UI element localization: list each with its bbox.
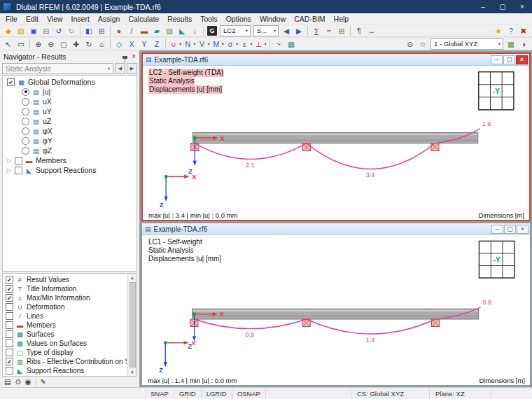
display-option-values-on-surfaces[interactable]: ▩Values on Surfaces xyxy=(4,339,127,348)
display-option-members[interactable]: ▬Members xyxy=(4,321,127,330)
camera-icon[interactable]: ◉ xyxy=(25,378,31,386)
checkbox[interactable] xyxy=(6,330,13,338)
toggle-grid[interactable]: GRID xyxy=(174,388,202,399)
view-isometric-icon[interactable]: ◇ xyxy=(113,38,125,50)
next-analysis-button[interactable]: ▶ xyxy=(127,63,137,74)
checkbox[interactable]: ✔ xyxy=(6,276,13,284)
display-option-type-of-display[interactable]: ▢Type of display xyxy=(4,348,127,357)
redo-icon[interactable]: ↻ xyxy=(65,24,78,36)
shadow-icon[interactable]: ◑ xyxy=(517,38,530,50)
view-along-z-icon[interactable]: Z xyxy=(150,38,163,50)
checkbox[interactable] xyxy=(6,312,13,320)
toggle-snap[interactable]: SNAP xyxy=(146,388,174,399)
stop-calculation-icon[interactable]: ✖ xyxy=(517,24,530,36)
help-icon[interactable]: ? xyxy=(505,24,517,36)
checkbox[interactable]: ✔ xyxy=(6,294,13,302)
tree-item-uz[interactable]: ▤uZ xyxy=(3,116,136,126)
show-results-icon[interactable]: ≈ xyxy=(323,24,335,36)
results-deformation-icon[interactable]: ∪▾ xyxy=(168,38,182,50)
radio-button[interactable] xyxy=(22,118,29,125)
coordinate-system-status[interactable]: CS: Global XYZ xyxy=(351,388,430,399)
calculate-all-icon[interactable]: ∑ xyxy=(310,24,323,36)
radio-button[interactable] xyxy=(22,108,29,115)
pin-icon[interactable] xyxy=(122,53,127,60)
insert-surface-icon[interactable]: ▰ xyxy=(150,24,163,36)
zoom-out-icon[interactable]: ⊖ xyxy=(45,38,57,50)
checkbox[interactable] xyxy=(6,349,13,356)
menu-edit[interactable]: Edit xyxy=(22,15,43,23)
zoom-window-icon[interactable]: ▢ xyxy=(57,38,70,50)
menu-calculate[interactable]: Calculate xyxy=(124,15,163,23)
radio-button[interactable] xyxy=(22,127,29,135)
menu-assign[interactable]: Assign xyxy=(94,15,125,23)
tree-item-ux[interactable]: ▤uX xyxy=(3,97,136,106)
pan-view-icon[interactable]: ✚ xyxy=(70,38,83,50)
toggle-lgrid[interactable]: LGRID xyxy=(202,388,232,399)
rotate-view-icon[interactable]: ↻ xyxy=(83,38,95,50)
menu-options[interactable]: Options xyxy=(222,15,255,23)
support[interactable] xyxy=(431,144,439,151)
menu-cad-bim[interactable]: CAD-BIM xyxy=(290,15,329,23)
internal-forces-n-icon[interactable]: N▾ xyxy=(182,38,196,50)
radio-button[interactable] xyxy=(22,137,29,145)
visibility-icon[interactable]: ⊙ xyxy=(404,38,416,50)
next-load-case-icon[interactable]: ▶ xyxy=(293,24,305,36)
new-model-icon[interactable]: ◆ xyxy=(2,24,15,36)
checkbox[interactable] xyxy=(15,157,22,164)
model-viewport[interactable]: 0.9 1.4 0.8 X Z X Z -Y xyxy=(142,235,530,385)
internal-forces-v-icon[interactable]: V▾ xyxy=(197,38,211,50)
minimize-button[interactable]: – xyxy=(473,0,493,13)
toggle-osnap[interactable]: OSNAP xyxy=(232,388,266,399)
window-titlebar[interactable]: Dlubal RFEM | 6.02.0049 | Example-TDA.rf… xyxy=(0,0,532,13)
rendering-icon[interactable]: ▩ xyxy=(505,38,517,50)
radio-button[interactable] xyxy=(22,147,29,155)
panels-icon[interactable]: ▤ xyxy=(4,378,10,386)
close-button[interactable]: × xyxy=(516,55,528,64)
save-model-icon[interactable]: ▣ xyxy=(27,24,40,36)
insert-load-icon[interactable]: ↓ xyxy=(188,24,201,36)
menu-view[interactable]: View xyxy=(43,15,67,23)
generate-button[interactable]: G xyxy=(206,24,218,36)
stresses-sigma-icon[interactable]: σ▾ xyxy=(225,38,239,50)
previous-load-case-icon[interactable]: ◀ xyxy=(280,24,293,36)
restore-button[interactable]: ▢ xyxy=(503,55,515,64)
child-window-titlebar[interactable]: ▤ Example-TDA.rf6 – ▢ × xyxy=(142,223,530,235)
select-arrow-icon[interactable]: ↖ xyxy=(2,38,15,50)
design-situation-combo[interactable]: S...▾ xyxy=(253,25,279,36)
restore-button[interactable]: ▢ xyxy=(504,225,516,234)
zoom-in-icon[interactable]: ⊕ xyxy=(32,38,45,50)
view-along-y-icon[interactable]: Y xyxy=(138,38,150,50)
display-option-max-min-information[interactable]: ✔±Max/Min Information xyxy=(4,293,127,302)
tree-item-members[interactable]: ▷▬Members xyxy=(3,155,136,165)
scrollbar[interactable]: ▲ ▼ xyxy=(127,274,136,376)
display-option-title-information[interactable]: ✔TTitle Information xyxy=(4,284,127,293)
support-reactions-icon[interactable]: ⊥▾ xyxy=(253,38,267,50)
pencil-icon[interactable]: ✎ xyxy=(41,378,46,386)
favorites-icon[interactable]: ★ xyxy=(492,24,505,36)
menu-insert[interactable]: Insert xyxy=(67,15,94,23)
tree-item-uy[interactable]: ▤uY xyxy=(3,106,136,116)
expander-icon[interactable]: ▷ xyxy=(7,158,13,164)
checkbox[interactable] xyxy=(6,321,13,329)
display-option-surfaces[interactable]: ▦Surfaces xyxy=(4,330,127,339)
tree-item-u[interactable]: ▤|u| xyxy=(3,87,136,97)
view-cube[interactable]: -Y xyxy=(479,241,514,278)
checkbox[interactable] xyxy=(15,167,22,174)
scroll-up-icon[interactable]: ▲ xyxy=(130,274,134,281)
printout-report-icon[interactable]: ¶ xyxy=(353,24,365,36)
print-graphic-icon[interactable]: ⊟ xyxy=(40,24,52,36)
analysis-type-combo[interactable]: Static Analysis ▾ xyxy=(2,63,113,74)
close-button[interactable]: × xyxy=(512,0,532,13)
view-along-x-icon[interactable]: X xyxy=(125,38,138,50)
child-window-titlebar[interactable]: ▤ Example-TDA.rf6 – ▢ × xyxy=(143,54,529,66)
checkbox[interactable] xyxy=(6,303,13,311)
close-panel-icon[interactable]: × xyxy=(132,53,136,60)
insert-node-icon[interactable]: ● xyxy=(113,24,125,36)
menu-file[interactable]: File xyxy=(1,15,22,23)
menu-results[interactable]: Results xyxy=(163,15,196,23)
checkbox[interactable]: ✔ xyxy=(6,285,13,293)
measure-icon[interactable]: ↔ xyxy=(365,24,378,36)
close-button[interactable]: × xyxy=(517,225,528,234)
result-window-2[interactable]: ▤ Example-TDA.rf6 – ▢ × xyxy=(141,223,531,386)
tree-item-z[interactable]: ▤φZ xyxy=(3,146,136,155)
